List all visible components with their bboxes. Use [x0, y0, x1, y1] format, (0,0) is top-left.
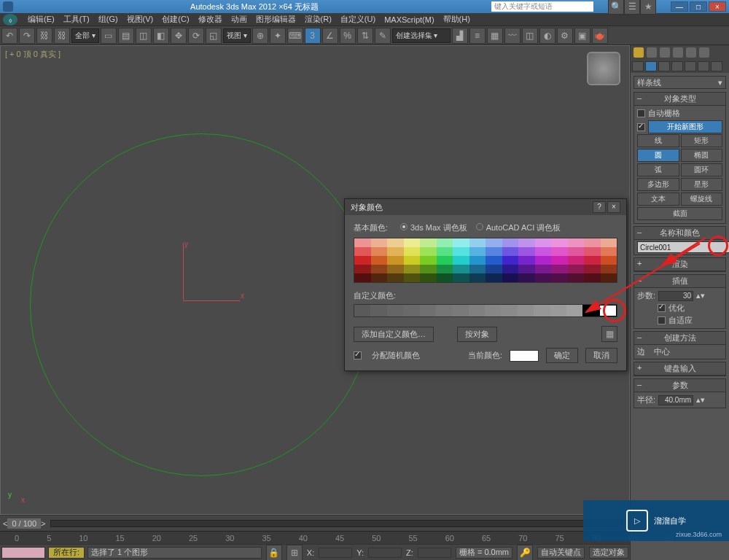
unlink-icon[interactable]: ⛓ — [54, 28, 70, 44]
palette-swatch[interactable] — [584, 247, 601, 256]
palette-swatch[interactable] — [535, 238, 552, 247]
palette-swatch[interactable] — [453, 273, 469, 282]
signin-icon[interactable]: ☰ — [624, 0, 640, 15]
palette-swatch[interactable] — [469, 265, 486, 273]
mirror-icon[interactable]: ▟ — [452, 28, 468, 44]
palette-swatch[interactable] — [437, 256, 453, 265]
palette-swatch[interactable] — [371, 265, 388, 273]
menu-tools[interactable]: 工具(T) — [59, 14, 94, 25]
tab-lights[interactable] — [658, 61, 670, 71]
utilities-panel-icon[interactable] — [699, 47, 709, 58]
snap-toggle-icon[interactable]: 3 — [305, 28, 321, 44]
select-name-icon[interactable]: ▤ — [118, 28, 134, 44]
palette-swatch[interactable] — [518, 256, 535, 265]
palette-swatch[interactable] — [518, 265, 535, 273]
adaptive-checkbox[interactable] — [658, 316, 666, 324]
palette-swatch[interactable] — [568, 238, 585, 247]
palette-swatch[interactable] — [420, 247, 437, 256]
menu-maxscript[interactable]: MAXScript(M) — [380, 15, 438, 24]
display-panel-icon[interactable] — [686, 47, 696, 58]
shape-btn-文本[interactable]: 文本 — [637, 192, 679, 206]
pivot-icon[interactable]: ⊕ — [252, 28, 268, 44]
palette-swatch[interactable] — [568, 273, 585, 282]
viewcube-icon[interactable] — [587, 52, 620, 85]
minimize-button[interactable]: — — [671, 1, 688, 12]
palette-swatch[interactable] — [420, 265, 437, 273]
menu-render[interactable]: 渲染(R) — [300, 14, 336, 25]
palette-swatch[interactable] — [404, 265, 421, 273]
shape-btn-椭圆[interactable]: 椭圆 — [681, 149, 723, 162]
palette-swatch[interactable] — [437, 247, 453, 256]
render-icon[interactable]: 🫖 — [592, 28, 608, 44]
menu-create[interactable]: 创建(C) — [157, 14, 193, 25]
active-color-toggle-icon[interactable]: ▦ — [601, 326, 617, 342]
favorite-icon[interactable]: ★ — [640, 0, 656, 15]
palette-swatch[interactable] — [486, 265, 502, 273]
palette-swatch[interactable] — [371, 273, 388, 282]
radio-autocad-palette[interactable] — [476, 223, 483, 230]
palette-swatch[interactable] — [437, 265, 453, 273]
palette-swatch[interactable] — [535, 256, 552, 265]
palette-swatch[interactable] — [354, 256, 371, 265]
menu-animation[interactable]: 动画 — [227, 14, 252, 25]
dialog-help-button[interactable]: ? — [593, 201, 606, 213]
menu-customize[interactable]: 自定义(U) — [336, 14, 380, 25]
palette-swatch[interactable] — [518, 238, 535, 247]
shape-category-dropdown[interactable]: 样条线▾ — [634, 76, 726, 89]
autogrid-checkbox[interactable] — [637, 109, 645, 117]
palette-swatch[interactable] — [354, 265, 371, 273]
menu-group[interactable]: 组(G) — [94, 14, 122, 25]
palette-swatch[interactable] — [518, 273, 535, 282]
scene-circle-object[interactable] — [30, 133, 373, 476]
refcoord-dropdown[interactable]: 视图 ▾ — [223, 28, 251, 43]
palette-swatch[interactable] — [551, 273, 568, 282]
tab-systems[interactable] — [711, 61, 722, 71]
tab-geometry[interactable] — [632, 61, 644, 71]
scale-icon[interactable]: ◱ — [206, 28, 222, 44]
palette-swatch[interactable] — [371, 238, 388, 247]
palette-swatch[interactable] — [551, 265, 568, 273]
create-panel-icon[interactable] — [634, 47, 644, 58]
palette-swatch[interactable] — [420, 238, 437, 247]
undo-icon[interactable]: ↶ — [1, 28, 17, 44]
palette-swatch[interactable] — [518, 247, 535, 256]
palette-swatch[interactable] — [568, 256, 585, 265]
shape-btn-多边形[interactable]: 多边形 — [637, 178, 679, 191]
palette-swatch[interactable] — [584, 265, 601, 273]
tab-shapes[interactable] — [645, 61, 657, 71]
rotate-icon[interactable]: ⟳ — [188, 28, 204, 44]
palette-swatch[interactable] — [535, 273, 552, 282]
palette-swatch[interactable] — [371, 247, 388, 256]
palette-swatch[interactable] — [387, 265, 404, 273]
render-setup-icon[interactable]: ⚙ — [557, 28, 573, 44]
time-slider[interactable]: < 0 / 100 > — [0, 515, 630, 531]
assign-random-checkbox[interactable] — [354, 351, 362, 359]
coord-y-input[interactable] — [368, 548, 402, 558]
palette-swatch[interactable] — [486, 247, 502, 256]
palette-swatch[interactable] — [601, 273, 617, 282]
palette-swatch[interactable] — [486, 273, 502, 282]
palette-swatch[interactable] — [387, 273, 404, 282]
coord-z-input[interactable] — [418, 548, 451, 558]
palette-swatch[interactable] — [502, 238, 519, 247]
select-icon[interactable]: ▭ — [101, 28, 117, 44]
link-icon[interactable]: ⛓ — [36, 28, 52, 44]
shape-btn-截面[interactable]: 截面 — [637, 207, 722, 220]
current-color-swatch[interactable] — [510, 350, 539, 362]
shape-btn-线[interactable]: 线 — [637, 134, 679, 147]
palette-swatch[interactable] — [453, 247, 469, 256]
close-button[interactable]: × — [709, 1, 726, 12]
object-name-input[interactable] — [637, 241, 729, 253]
shape-btn-弧[interactable]: 弧 — [637, 163, 679, 176]
palette-swatch[interactable] — [601, 247, 617, 256]
move-icon[interactable]: ✥ — [171, 28, 187, 44]
selection-filter-dropdown[interactable]: 全部 ▾ — [71, 28, 99, 43]
steps-spinner[interactable] — [658, 291, 693, 301]
palette-swatch[interactable] — [354, 273, 371, 282]
ok-button[interactable]: 确定 — [546, 348, 578, 363]
palette-swatch[interactable] — [502, 247, 519, 256]
palette-swatch[interactable] — [437, 238, 453, 247]
palette-swatch[interactable] — [502, 256, 519, 265]
start-new-shape-button[interactable]: 开始新图形 — [648, 120, 722, 133]
palette-swatch[interactable] — [469, 238, 486, 247]
